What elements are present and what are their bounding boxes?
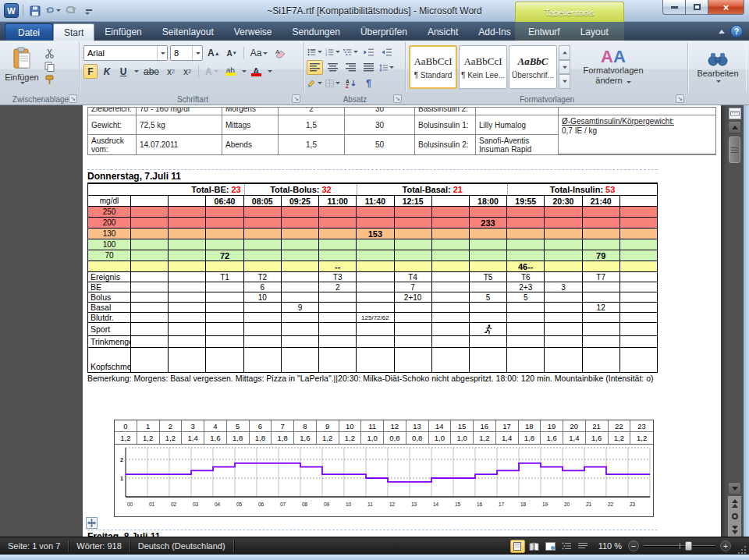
grid-cell[interactable] [244, 239, 282, 250]
time-cell[interactable]: 12:15 [395, 196, 432, 207]
tab-layout[interactable]: Layout [570, 23, 619, 41]
grid-cell[interactable] [357, 250, 394, 261]
info-cell[interactable]: 1,5 [279, 115, 345, 135]
grid-cell[interactable] [470, 229, 507, 239]
clipboard-dialog-launcher[interactable]: ↘ [69, 94, 77, 103]
paste-button[interactable]: Einfügen [4, 44, 40, 90]
grid-cell[interactable] [206, 323, 243, 336]
grid-cell[interactable] [282, 348, 319, 373]
info-cell[interactable]: Morgens [222, 108, 279, 115]
grid-cell[interactable] [583, 336, 620, 348]
grid-cell[interactable] [470, 250, 507, 261]
grid-cell[interactable] [357, 218, 394, 229]
basal-rate-chart-block[interactable]: 012345678910111213141516171819202122231,… [114, 420, 654, 517]
grid-cell[interactable] [620, 229, 658, 239]
grid-cell[interactable] [395, 348, 432, 373]
info-cell[interactable]: 14.07.2011 [137, 135, 222, 154]
grid-cell[interactable] [395, 229, 432, 239]
tab-add-ins[interactable]: Add-Ins [468, 23, 520, 41]
zoom-slider-thumb[interactable] [685, 541, 692, 551]
grid-cell[interactable] [282, 261, 319, 272]
info-cell[interactable]: 1,5 [279, 135, 345, 154]
info-cell[interactable]: Zielbereich: [88, 108, 137, 115]
grid-cell[interactable] [282, 272, 319, 282]
grid-cell[interactable] [282, 250, 319, 261]
grid-cell[interactable] [169, 282, 206, 292]
tab-verweise[interactable]: Verweise [224, 23, 282, 41]
grid-cell[interactable] [583, 239, 620, 250]
style-card-kein-leerraum[interactable]: AaBbCcI ¶ Kein Lee... [459, 45, 507, 89]
grid-cell[interactable]: 7 [395, 282, 432, 292]
sort-button[interactable]: AZ [343, 76, 359, 90]
row-label[interactable]: Ereignis [88, 272, 131, 282]
grid-cell[interactable] [620, 313, 658, 323]
scroll-up-button[interactable] [728, 121, 741, 133]
grid-cell[interactable] [583, 292, 620, 303]
grid-cell[interactable] [319, 323, 357, 336]
grid-cell[interactable] [131, 261, 169, 272]
grid-cell[interactable] [244, 323, 282, 336]
grid-cell[interactable] [470, 336, 507, 348]
zoom-in-button[interactable]: + [720, 541, 731, 551]
font-color-caret[interactable] [268, 70, 272, 73]
underline-caret[interactable] [134, 70, 139, 73]
row-label[interactable]: 250 [88, 207, 131, 218]
row-label[interactable]: 70 [88, 250, 131, 261]
grid-cell[interactable] [470, 239, 507, 250]
grid-cell[interactable] [545, 292, 582, 303]
subscript-button[interactable]: x2 [164, 64, 178, 79]
word-logo-icon[interactable]: W [4, 3, 19, 18]
info-cell[interactable]: Basisinsulin 2: [415, 108, 476, 115]
tab-seitenlayout[interactable]: Seitenlayout [152, 23, 224, 41]
grid-cell[interactable] [357, 272, 394, 282]
total-be[interactable]: Total-BE:23 [88, 184, 244, 196]
info-cell[interactable]: Abends [222, 135, 279, 154]
grid-cell[interactable] [470, 313, 507, 323]
grid-cell[interactable] [620, 323, 658, 336]
multilevel-list-button[interactable] [343, 44, 359, 59]
grid-cell[interactable] [206, 313, 243, 323]
grid-cell[interactable] [169, 323, 206, 336]
grid-cell[interactable] [244, 313, 282, 323]
word-count[interactable]: Wörter: 918 [69, 541, 130, 552]
grid-cell[interactable] [620, 272, 658, 282]
time-cell[interactable] [432, 196, 470, 207]
customize-qat-button[interactable] [81, 4, 97, 18]
grid-cell[interactable]: 12 [583, 303, 620, 313]
grid-cell[interactable] [620, 336, 658, 348]
grid-cell[interactable] [169, 261, 206, 272]
grid-cell[interactable] [206, 292, 243, 303]
zoom-out-button[interactable]: − [628, 541, 639, 551]
time-cell[interactable]: 20:30 [545, 196, 582, 207]
grid-cell[interactable] [395, 313, 432, 323]
grid-cell[interactable] [244, 229, 282, 239]
info-cell[interactable]: 72,5 kg [137, 115, 222, 135]
select-browse-object-button[interactable] [729, 511, 740, 522]
grid-cell[interactable] [319, 218, 357, 229]
grid-cell[interactable] [131, 229, 169, 239]
tab-überprüfen[interactable]: Überprüfen [350, 23, 417, 41]
vertical-scrollbar-track[interactable] [728, 133, 741, 482]
row-label[interactable]: Basal [88, 303, 131, 313]
tab-datei[interactable]: Datei [5, 23, 53, 41]
grid-cell[interactable] [545, 323, 582, 336]
paragraph-dialog-launcher[interactable]: ↘ [393, 94, 402, 103]
row-label[interactable]: Sport [88, 323, 131, 336]
grid-cell[interactable] [507, 229, 545, 239]
change-styles-button[interactable]: AA Formatvorlagen ändern [571, 44, 655, 90]
grid-cell[interactable] [131, 250, 169, 261]
grid-cell[interactable]: 2+3 [507, 282, 545, 292]
grid-cell[interactable] [206, 261, 243, 272]
redo-button[interactable] [63, 4, 79, 18]
grid-cell[interactable] [395, 207, 432, 218]
strikethrough-button[interactable]: abe [141, 64, 162, 79]
grid-cell[interactable] [319, 313, 357, 323]
print-layout-view-button[interactable] [510, 540, 525, 553]
copy-icon[interactable] [44, 62, 55, 72]
grid-cell[interactable] [507, 336, 545, 348]
grid-cell[interactable] [507, 348, 545, 373]
grid-cell[interactable] [131, 313, 169, 323]
info-cell[interactable]: Lilly Humalog [476, 115, 559, 135]
grid-cell[interactable] [319, 336, 357, 348]
grid-cell[interactable] [620, 218, 658, 229]
